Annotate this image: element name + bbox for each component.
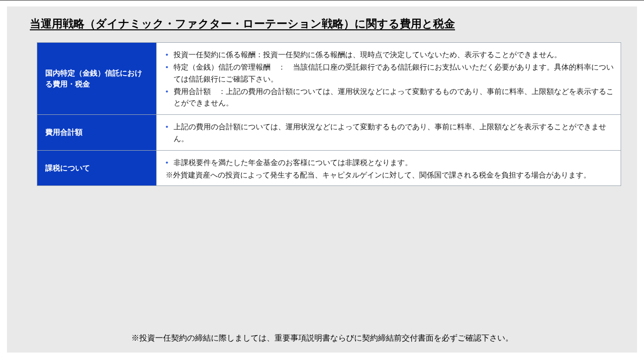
row-note: ※外貨建資産への投資によって発生する配当、キャピタルゲインに対して、関係国で課さ… <box>164 169 614 180</box>
table-row: 国内特定（金銭）信託における費用・税金 投資一任契約に係る報酬：投資一任契約に係… <box>37 43 621 115</box>
row-content: 上記の費用の合計額については、運用状況などによって変動するものであり、事前に料率… <box>157 115 621 151</box>
row-header: 費用合計額 <box>37 115 157 151</box>
row-content: 投資一任契約に係る報酬：投資一任契約に係る報酬は、現時点で決定していないため、表… <box>157 43 621 115</box>
list-item: 投資一任契約に係る報酬：投資一任契約に係る報酬は、現時点で決定していないため、表… <box>164 49 614 60</box>
list-item: 費用合計額 ：上記の費用の合計額については、運用状況などによって変動するものであ… <box>164 86 614 109</box>
list-item: 上記の費用の合計額については、運用状況などによって変動するものであり、事前に料率… <box>164 121 614 144</box>
row-header: 課税について <box>37 150 157 186</box>
list-item: 非課税要件を満たした年金基金のお客様については非課税となります。 <box>164 157 614 168</box>
bullet-list: 上記の費用の合計額については、運用状況などによって変動するものであり、事前に料率… <box>164 121 614 144</box>
bullet-list: 非課税要件を満たした年金基金のお客様については非課税となります。 <box>164 157 614 168</box>
document-page: 当運用戦略（ダイナミック・ファクター・ローテーション戦略）に関する費用と税金 国… <box>7 6 637 353</box>
page-title: 当運用戦略（ダイナミック・ファクター・ローテーション戦略）に関する費用と税金 <box>30 16 621 31</box>
bullet-list: 投資一任契約に係る報酬：投資一任契約に係る報酬は、現時点で決定していないため、表… <box>164 49 614 108</box>
list-item: 特定（金銭）信託の管理報酬 ： 当該信託口座の受託銀行である信託銀行にお支払いい… <box>164 61 614 85</box>
table-row: 費用合計額 上記の費用の合計額については、運用状況などによって変動するものであり… <box>37 115 621 151</box>
footer-note: ※投資一任契約の締結に際しましては、重要事項説明書ならびに契約締結前交付書面を必… <box>23 333 621 347</box>
row-header: 国内特定（金銭）信託における費用・税金 <box>37 43 157 115</box>
fees-table: 国内特定（金銭）信託における費用・税金 投資一任契約に係る報酬：投資一任契約に係… <box>37 42 621 186</box>
row-content: 非課税要件を満たした年金基金のお客様については非課税となります。 ※外貨建資産へ… <box>157 150 621 186</box>
table-row: 課税について 非課税要件を満たした年金基金のお客様については非課税となります。 … <box>37 150 621 186</box>
